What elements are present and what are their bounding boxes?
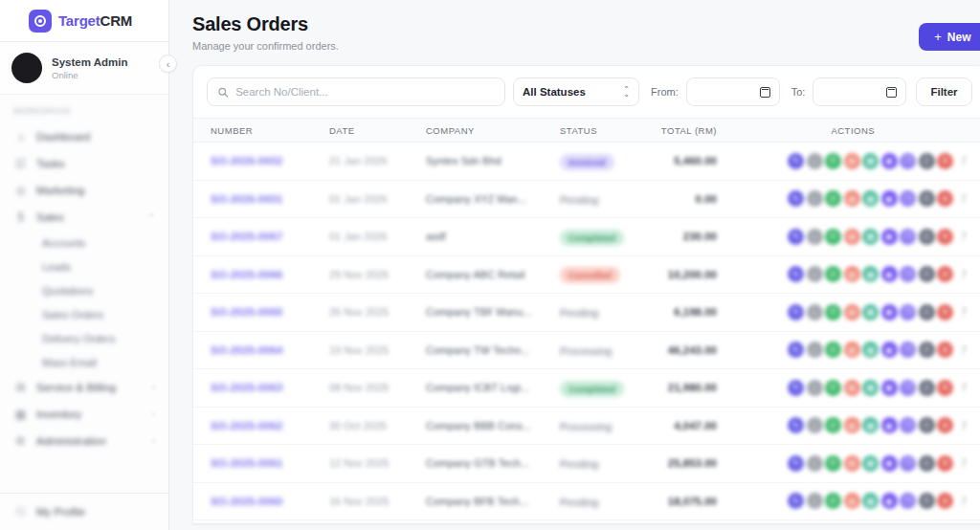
order-number-link[interactable]: SO-2025-0065 bbox=[211, 306, 329, 318]
edit-icon[interactable]: ✎ bbox=[788, 342, 804, 358]
edit-icon[interactable]: ✎ bbox=[788, 493, 804, 509]
duplicate-icon[interactable]: ❐ bbox=[900, 417, 916, 433]
share-icon[interactable]: ⤴ bbox=[956, 266, 972, 282]
filter-button[interactable]: Filter bbox=[916, 77, 971, 106]
download-icon[interactable]: ↓ bbox=[807, 229, 823, 245]
whatsapp-icon[interactable]: ✆ bbox=[825, 153, 841, 169]
print-icon[interactable]: ⎙ bbox=[919, 190, 935, 207]
share-icon[interactable]: ⤴ bbox=[956, 455, 972, 472]
download-icon[interactable]: ↓ bbox=[807, 190, 823, 207]
invoice-icon[interactable]: ◆ bbox=[881, 304, 898, 320]
invoice-icon[interactable]: ◆ bbox=[881, 153, 898, 169]
pdf-icon[interactable]: ▤ bbox=[844, 342, 860, 358]
excel-icon[interactable]: ▦ bbox=[862, 380, 879, 396]
sidebar-item-sales[interactable]: $Sales⌃ bbox=[0, 204, 168, 231]
whatsapp-icon[interactable]: ✆ bbox=[825, 304, 841, 320]
edit-icon[interactable]: ✎ bbox=[788, 190, 804, 207]
excel-icon[interactable]: ▦ bbox=[862, 153, 879, 169]
pdf-icon[interactable]: ▤ bbox=[844, 417, 860, 433]
status-select[interactable]: All Statuses ⌃⌄ bbox=[513, 77, 639, 106]
pdf-icon[interactable]: ▤ bbox=[844, 455, 860, 472]
excel-icon[interactable]: ▦ bbox=[862, 342, 879, 358]
order-number-link[interactable]: SO-2026-0001 bbox=[211, 193, 329, 205]
edit-icon[interactable]: ✎ bbox=[788, 380, 804, 396]
pdf-icon[interactable]: ▤ bbox=[844, 190, 860, 207]
pdf-icon[interactable]: ▤ bbox=[844, 266, 860, 282]
delete-icon[interactable]: ✕ bbox=[937, 229, 953, 245]
pdf-icon[interactable]: ▤ bbox=[844, 380, 860, 396]
duplicate-icon[interactable]: ❐ bbox=[900, 266, 916, 282]
edit-icon[interactable]: ✎ bbox=[788, 229, 804, 245]
whatsapp-icon[interactable]: ✆ bbox=[825, 493, 841, 509]
edit-icon[interactable]: ✎ bbox=[788, 266, 804, 282]
whatsapp-icon[interactable]: ✆ bbox=[825, 342, 841, 358]
delete-icon[interactable]: ✕ bbox=[937, 153, 953, 169]
duplicate-icon[interactable]: ❐ bbox=[900, 153, 916, 169]
invoice-icon[interactable]: ◆ bbox=[881, 266, 898, 282]
share-icon[interactable]: ⤴ bbox=[956, 190, 972, 207]
excel-icon[interactable]: ▦ bbox=[862, 190, 879, 207]
delete-icon[interactable]: ✕ bbox=[937, 417, 953, 433]
edit-icon[interactable]: ✎ bbox=[788, 455, 804, 472]
print-icon[interactable]: ⎙ bbox=[919, 493, 935, 509]
order-number-link[interactable]: SO-2025-0067 bbox=[211, 231, 329, 242]
delete-icon[interactable]: ✕ bbox=[937, 304, 953, 320]
invoice-icon[interactable]: ◆ bbox=[881, 493, 898, 509]
delete-icon[interactable]: ✕ bbox=[937, 455, 953, 472]
print-icon[interactable]: ⎙ bbox=[919, 229, 935, 245]
sidebar-subitem-sales-orders[interactable]: Sales Orders bbox=[0, 302, 168, 326]
delete-icon[interactable]: ✕ bbox=[937, 380, 953, 396]
share-icon[interactable]: ⤴ bbox=[956, 417, 972, 433]
share-icon[interactable]: ⤴ bbox=[956, 229, 972, 245]
whatsapp-icon[interactable]: ✆ bbox=[825, 190, 841, 207]
excel-icon[interactable]: ▦ bbox=[862, 266, 879, 282]
duplicate-icon[interactable]: ❐ bbox=[900, 229, 916, 245]
print-icon[interactable]: ⎙ bbox=[919, 304, 935, 320]
pdf-icon[interactable]: ▤ bbox=[844, 153, 860, 169]
sidebar-item-dashboard[interactable]: ⌂Dashboard bbox=[0, 123, 168, 150]
download-icon[interactable]: ↓ bbox=[807, 417, 823, 433]
duplicate-icon[interactable]: ❐ bbox=[900, 493, 916, 509]
excel-icon[interactable]: ▦ bbox=[862, 229, 879, 245]
invoice-icon[interactable]: ◆ bbox=[881, 380, 898, 396]
download-icon[interactable]: ↓ bbox=[807, 455, 823, 472]
duplicate-icon[interactable]: ❐ bbox=[900, 455, 916, 472]
sidebar-item-my-profile[interactable]: ⚇ My Profile bbox=[0, 493, 168, 530]
edit-icon[interactable]: ✎ bbox=[788, 417, 804, 433]
duplicate-icon[interactable]: ❐ bbox=[900, 190, 916, 207]
download-icon[interactable]: ↓ bbox=[807, 266, 823, 282]
download-icon[interactable]: ↓ bbox=[807, 380, 823, 396]
share-icon[interactable]: ⤴ bbox=[956, 153, 972, 169]
sidebar-subitem-quotations[interactable]: Quotations bbox=[0, 278, 168, 302]
order-number-link[interactable]: SO-2025-0063 bbox=[211, 382, 329, 393]
print-icon[interactable]: ⎙ bbox=[919, 455, 935, 472]
pdf-icon[interactable]: ▤ bbox=[844, 229, 860, 245]
whatsapp-icon[interactable]: ✆ bbox=[825, 417, 841, 433]
download-icon[interactable]: ↓ bbox=[807, 304, 823, 320]
invoice-icon[interactable]: ◆ bbox=[881, 342, 898, 358]
print-icon[interactable]: ⎙ bbox=[919, 380, 935, 396]
order-number-link[interactable]: SO-2025-0064 bbox=[211, 344, 329, 356]
new-order-button[interactable]: + New bbox=[919, 23, 980, 51]
delete-icon[interactable]: ✕ bbox=[937, 342, 953, 358]
share-icon[interactable]: ⤴ bbox=[956, 493, 972, 509]
sidebar-item-tasks[interactable]: ☑Tasks bbox=[0, 150, 168, 177]
excel-icon[interactable]: ▦ bbox=[862, 493, 879, 509]
order-number-link[interactable]: SO-2025-0061 bbox=[211, 457, 329, 469]
from-date-input[interactable] bbox=[686, 77, 780, 106]
excel-icon[interactable]: ▦ bbox=[862, 455, 879, 472]
sidebar-item-marketing[interactable]: ◎Marketing bbox=[0, 177, 168, 204]
print-icon[interactable]: ⎙ bbox=[919, 153, 935, 169]
duplicate-icon[interactable]: ❐ bbox=[900, 304, 916, 320]
delete-icon[interactable]: ✕ bbox=[937, 190, 953, 207]
invoice-icon[interactable]: ◆ bbox=[881, 190, 898, 207]
pdf-icon[interactable]: ▤ bbox=[844, 304, 860, 320]
excel-icon[interactable]: ▦ bbox=[862, 304, 879, 320]
sidebar-collapse-button[interactable]: ‹ bbox=[159, 55, 177, 73]
whatsapp-icon[interactable]: ✆ bbox=[825, 266, 841, 282]
sidebar-item-inventory[interactable]: ▦Inventory› bbox=[0, 401, 168, 428]
sidebar-subitem-accounts[interactable]: Accounts bbox=[0, 231, 168, 254]
search-input[interactable] bbox=[235, 86, 495, 98]
excel-icon[interactable]: ▦ bbox=[862, 417, 879, 433]
share-icon[interactable]: ⤴ bbox=[956, 342, 972, 358]
